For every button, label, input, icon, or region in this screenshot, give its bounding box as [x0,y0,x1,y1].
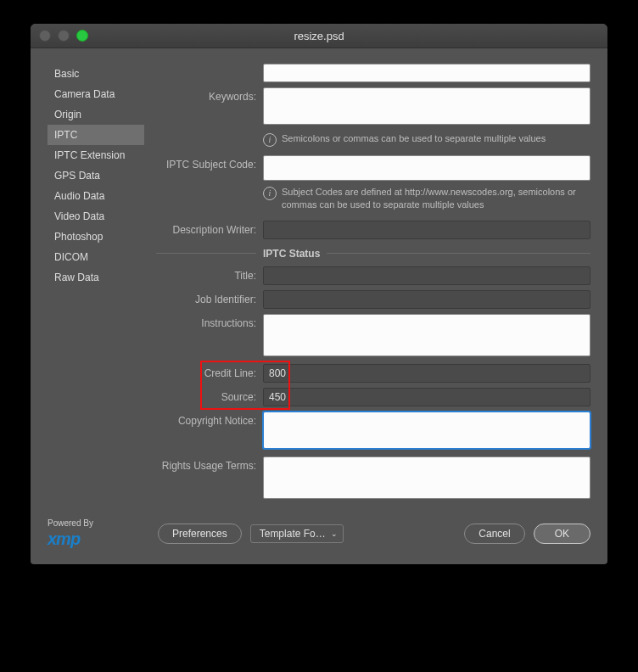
sidebar-item-raw-data[interactable]: Raw Data [48,267,144,288]
preferences-button[interactable]: Preferences [158,524,242,544]
sidebar: Basic Camera Data Origin IPTC IPTC Exten… [48,64,144,507]
label [156,64,263,67]
ok-button[interactable]: OK [534,524,590,544]
xmp-logo: xmp [48,529,149,549]
credit-line-label: Credit Line: [156,364,263,379]
template-dropdown-label: Template Fo… [260,528,326,540]
sidebar-item-origin[interactable]: Origin [48,104,144,125]
description-writer-label: Description Writer: [156,221,263,236]
instructions-input[interactable] [263,314,590,356]
metadata-dialog: resize.psd Basic Camera Data Origin IPTC… [31,24,607,564]
sidebar-item-iptc-extension[interactable]: IPTC Extension [48,145,144,165]
sidebar-item-photoshop[interactable]: Photoshop [48,227,144,247]
section-title: IPTC Status [256,248,327,260]
info-icon: i [263,133,277,147]
main-panel: Keywords: i Semicolons or commas can be … [156,64,590,507]
subject-code-hint: i Subject Codes are defined at http://ww… [263,186,590,212]
sidebar-item-gps-data[interactable]: GPS Data [48,165,144,186]
window-minimize-button[interactable] [58,30,70,42]
copyright-notice-input[interactable] [263,412,590,449]
window-zoom-button[interactable] [76,30,88,42]
sidebar-item-iptc[interactable]: IPTC [48,125,144,145]
footer: Powered By xmp Preferences Template Fo… … [31,518,607,564]
instructions-label: Instructions: [156,314,263,329]
subject-code-label: IPTC Subject Code: [156,155,263,171]
template-dropdown[interactable]: Template Fo… ⌄ [250,524,344,543]
keywords-label: Keywords: [156,87,263,103]
source-label: Source: [156,388,263,403]
copyright-notice-label: Copyright Notice: [156,412,263,427]
job-identifier-input[interactable] [263,290,590,309]
rights-usage-terms-input[interactable] [263,456,590,499]
sidebar-item-dicom[interactable]: DICOM [48,247,144,267]
titlebar: resize.psd [31,24,607,48]
hint-text: Subject Codes are defined at http://www.… [282,186,590,212]
source-input[interactable] [263,388,590,406]
title-label: Title: [156,266,263,282]
title-input[interactable] [263,266,590,285]
sidebar-item-audio-data[interactable]: Audio Data [48,186,144,206]
hint-text: Semicolons or commas can be used to sepa… [282,132,546,145]
sidebar-item-basic[interactable]: Basic [48,64,144,84]
subject-code-input[interactable] [263,155,590,181]
credit-line-input[interactable] [263,364,590,383]
chevron-down-icon: ⌄ [331,529,338,538]
window-close-button[interactable] [39,30,51,42]
description-writer-input[interactable] [263,221,590,239]
section-iptc-status: IPTC Status [156,248,590,260]
job-identifier-label: Job Identifier: [156,290,263,305]
powered-by: Powered By xmp [48,518,149,549]
sidebar-item-video-data[interactable]: Video Data [48,206,144,227]
sidebar-item-camera-data[interactable]: Camera Data [48,84,144,104]
rights-usage-terms-label: Rights Usage Terms: [156,456,263,472]
keywords-hint: i Semicolons or commas can be used to se… [263,132,590,147]
unlabeled-input[interactable] [263,64,590,82]
powered-by-text: Powered By [48,518,149,528]
info-icon: i [263,187,277,200]
window-title: resize.psd [31,30,607,42]
cancel-button[interactable]: Cancel [464,524,524,544]
keywords-input[interactable] [263,87,590,125]
